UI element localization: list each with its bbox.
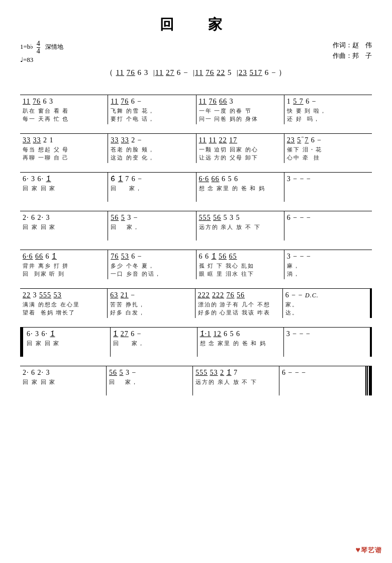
song-title: 回 家 bbox=[20, 15, 372, 34]
lyrics: 远方的 亲人 放 不 下 bbox=[199, 223, 281, 231]
bar-6-1: 22 3 555 53 满满 的想念 在心里 望着 爸妈 增长了 bbox=[20, 289, 108, 318]
notes: 33 33 2 1 bbox=[23, 135, 105, 146]
lyrics: 孤 灯 下 我心 乱如 bbox=[199, 262, 281, 270]
bar-3-1: 6· 3 6· 1̇ 回 家 回 家 bbox=[20, 173, 108, 202]
notes: 33 33 2 − bbox=[111, 135, 193, 146]
lyrics bbox=[287, 185, 369, 193]
bar-3-2: 6̂ 1̇ 7 6 − 回 家， bbox=[108, 173, 196, 202]
lyrics2 bbox=[23, 386, 104, 394]
lyrics: 想 念 家里 的 爸 和 妈 bbox=[200, 340, 281, 348]
notes: 6· 3 6· 1̇ bbox=[23, 174, 105, 185]
system-row-8: 2· 6 2· 3 回 家 回 家 56 5 3 − 回 家， 555 53 2… bbox=[20, 366, 372, 395]
lyrics: 每当 想起 父 母 bbox=[23, 146, 105, 154]
bar-5-4: 3 − − − 麻， 淌， bbox=[284, 250, 372, 279]
notes: 76 53 6 − bbox=[111, 251, 193, 262]
lyrics: 催下 泪・花 bbox=[287, 146, 369, 154]
bar-1-3: 11 76 66 3 一年 一度 的春 节 问一 问爸 妈的 身体 bbox=[197, 95, 284, 124]
lyrics2: 让远 方的 父母 卸下 bbox=[199, 154, 281, 162]
repeat-start-bar bbox=[20, 328, 23, 357]
notes: 56 5 3 − bbox=[109, 367, 190, 378]
lyrics: 回 家 回 家 bbox=[23, 223, 105, 231]
bar-8-3: 555 53 2 1̇ 7 远方的 亲人 放 不 下 bbox=[193, 366, 279, 395]
system-row-7: 6· 3 6· 1̇ 回 家 回 家 1̇ 27 6 − 回 家， 1̇·1 1… bbox=[20, 327, 372, 357]
bar-8-1: 2· 6 2· 3 回 家 回 家 bbox=[20, 366, 107, 395]
notes: 2· 6 2· 3 bbox=[23, 212, 105, 223]
lyrics: 想 念 家里 的 爸 和 妈 bbox=[199, 185, 281, 193]
lyrics: 快 要 到 啦， bbox=[287, 107, 369, 115]
notes: 22 3 555 53 bbox=[23, 290, 105, 301]
lyrics2: 要打 个电 话， bbox=[111, 115, 193, 123]
lyrics: 满满 的想念 在心里 bbox=[23, 301, 105, 309]
lyrics2 bbox=[27, 348, 108, 356]
notes: 6·6 66 6 1̇ bbox=[23, 251, 105, 262]
bar-7-2: 1̇ 27 6 − 回 家， bbox=[111, 328, 197, 357]
notes: 222 222 76 56 bbox=[198, 290, 280, 301]
lyrics: 回 家， bbox=[111, 185, 193, 193]
lyrics2: 好多的 心里话 我该 咋表 bbox=[198, 309, 280, 317]
lyrics2 bbox=[286, 348, 367, 356]
system-row-6: 22 3 555 53 满满 的想念 在心里 望着 爸妈 增长了 63 21 −… bbox=[20, 288, 372, 318]
lyrics: 漂泊的 游子有 几个 不想 bbox=[198, 301, 280, 309]
lyrics2: 淌， bbox=[287, 270, 369, 278]
notes: 11 76 6 3 bbox=[23, 96, 105, 107]
bar-1-2: 11 76 6 − 飞舞 的雪 花， 要打 个电 话， bbox=[108, 95, 196, 124]
lyrics: 苦苦 挣扎， bbox=[110, 301, 192, 309]
bar-5-1: 6·6 66 6 1̇ 背井 离乡 打 拼 回 到家 听 到 bbox=[20, 250, 108, 279]
lyrics: 家。 bbox=[285, 301, 367, 309]
lyrics2 bbox=[199, 231, 281, 239]
lyrics: 苍老 的脸 颊， bbox=[111, 146, 193, 154]
notes: 1̇ 27 6 − bbox=[113, 329, 194, 340]
lyrics bbox=[286, 340, 367, 348]
bar-6-4: 6 − − D.C. 家。 达。 bbox=[283, 289, 372, 318]
system-row-3: 6· 3 6· 1̇ 回 家 回 家 6̂ 1̇ 7 6 − 回 家， 6·6 … bbox=[20, 172, 372, 202]
lyrics2 bbox=[111, 193, 193, 201]
logo-heart-icon: ♥ bbox=[356, 545, 361, 554]
bar-8-2: 56 5 3 − 回 家， bbox=[107, 366, 193, 395]
lyrics2: 这边 的变 化， bbox=[111, 154, 193, 162]
lyrics: 回 家 回 家 bbox=[23, 185, 105, 193]
bar-1-4: 1 5 7 6 − 快 要 到 啦， 还 好 吗， bbox=[284, 95, 372, 124]
notes: 6 − − − bbox=[287, 212, 369, 223]
meta-left: 1=b♭ 4 4 深情地 ♩=83 bbox=[20, 40, 63, 64]
bar-1-1: 11 76 6 3 趴在 窗台 看 着 每一 天再 忙 也 bbox=[20, 95, 108, 124]
time-sig-table: 4 4 bbox=[37, 40, 40, 55]
notes: 11 76 6 − bbox=[111, 96, 193, 107]
bar-5-2: 76 53 6 − 多少 个冬 夏， 一口 乡音 的话， bbox=[108, 250, 196, 279]
lyrics bbox=[282, 378, 363, 386]
composer: 作曲：邦 子 bbox=[333, 51, 372, 61]
lyrics: 背井 离乡 打 拼 bbox=[23, 262, 105, 270]
repeat-end-bar bbox=[369, 366, 372, 395]
bar-3-4: 3 − − − bbox=[284, 173, 372, 202]
lyrics2: 还 好 吗， bbox=[287, 115, 369, 123]
lyrics2: 望着 爸妈 增长了 bbox=[23, 309, 105, 317]
notes: 63 21 − bbox=[110, 290, 192, 301]
page: 回 家 1=b♭ 4 4 深情地 ♩=83 作词：赵 伟 作曲：邦 子 （ 11… bbox=[0, 0, 392, 563]
bar-2-4: 23 5⌢7 6 − 催下 泪・花 心中 牵 挂 bbox=[284, 134, 372, 163]
notes: 23 5⌢7 6 − bbox=[287, 135, 369, 146]
system-row-2: 33 33 2 1 每当 想起 父 母 再聊 一聊 自 己 33 33 2 − … bbox=[20, 133, 372, 163]
lyrics2: 问一 问爸 妈的 身体 bbox=[199, 115, 281, 123]
lyrics: 飞舞 的雪 花， bbox=[111, 107, 193, 115]
meta-row: 1=b♭ 4 4 深情地 ♩=83 作词：赵 伟 作曲：邦 子 bbox=[20, 40, 372, 64]
notes: 11 76 66 3 bbox=[199, 96, 281, 107]
lyrics: 一年 一度 的春 节 bbox=[199, 107, 281, 115]
bar-2-1: 33 33 2 1 每当 想起 父 母 再聊 一聊 自 己 bbox=[20, 134, 108, 163]
notes: 1̇·1 12 6 5 6 bbox=[200, 329, 281, 340]
meta-right: 作词：赵 伟 作曲：邦 子 bbox=[333, 40, 372, 61]
tempo: ♩=83 bbox=[20, 56, 63, 64]
bar-6-2: 63 21 − 苦苦 挣扎， 好多 白发， bbox=[108, 289, 195, 318]
lyrics2: 回 到家 听 到 bbox=[23, 270, 105, 278]
notes: 6· 3 6· 1̇ bbox=[27, 329, 108, 340]
notes: 1 5 7 6 − bbox=[287, 96, 369, 107]
lyrics: 多少 个冬 夏， bbox=[111, 262, 193, 270]
system-row-4: 2· 6 2· 3 回 家 回 家 56 5 3 − 回 家， 555 56 5… bbox=[20, 211, 372, 240]
lyrics2 bbox=[23, 193, 105, 201]
lyrics2 bbox=[109, 386, 190, 394]
lyrics2 bbox=[200, 348, 281, 356]
notes: 555 56 5 3 5 bbox=[199, 212, 281, 223]
lyrics: 回 家， bbox=[113, 340, 194, 348]
lyrics2 bbox=[282, 386, 363, 394]
lyrics: 回 家 回 家 bbox=[23, 378, 104, 386]
key-time-sig: 1=b♭ 4 4 深情地 bbox=[20, 40, 63, 55]
bar-2-2: 33 33 2 − 苍老 的脸 颊， 这边 的变 化， bbox=[108, 134, 196, 163]
